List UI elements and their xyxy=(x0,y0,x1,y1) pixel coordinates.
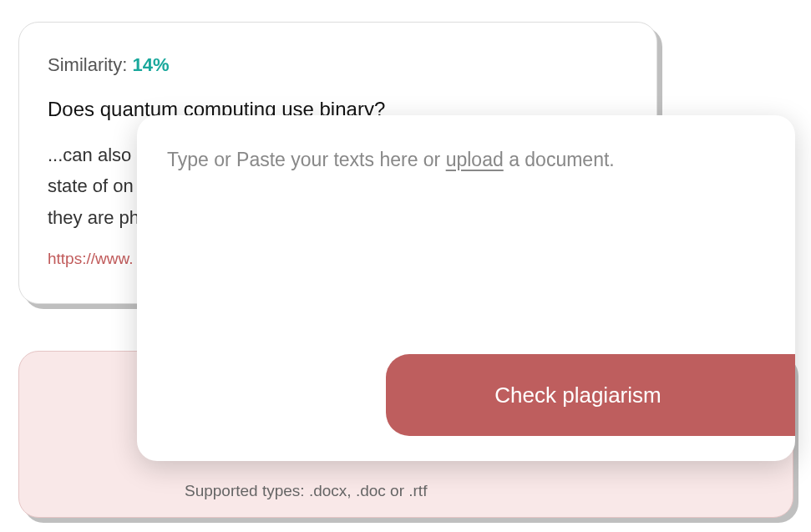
supported-types-label: Supported types: .docx, .doc or .rtf xyxy=(185,482,427,500)
text-input-card[interactable]: Type or Paste your texts here or upload … xyxy=(137,115,795,461)
similarity-value: 14% xyxy=(132,54,169,75)
check-plagiarism-button[interactable]: Check plagiarism xyxy=(386,354,795,436)
similarity-label: Similarity: xyxy=(48,54,132,75)
input-placeholder: Type or Paste your texts here or upload … xyxy=(167,149,765,171)
upload-link[interactable]: upload xyxy=(446,149,504,170)
snippet-line: they are ph xyxy=(48,207,139,228)
placeholder-after: a document. xyxy=(504,149,615,170)
placeholder-before: Type or Paste your texts here or xyxy=(167,149,446,170)
similarity-row: Similarity: 14% xyxy=(48,54,628,76)
snippet-line: state of on xyxy=(48,175,134,196)
snippet-line: ...can also xyxy=(48,144,131,165)
